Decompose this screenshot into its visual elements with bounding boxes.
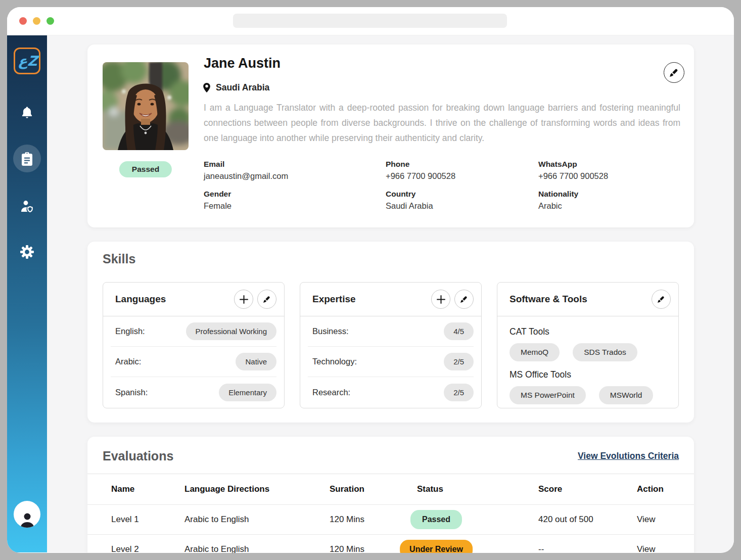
maximize-window-button[interactable] [47,17,54,25]
eval-duration: 120 Mins [330,515,417,525]
field-nationality: Nationality Arabic [538,190,720,211]
field-label: Phone [386,160,538,169]
tool-tag: MemoQ [510,343,560,361]
profile-bio: I am a Language Translator with a deep-r… [204,100,680,146]
column-name: Name [111,484,184,494]
minimize-window-button[interactable] [33,17,40,25]
tool-tag: SDS Trados [573,343,637,361]
field-label: Nationality [538,190,720,199]
expertise-row: Research: 2/5 [308,377,474,407]
view-evaluations-criteria-link[interactable]: View Evolutions Criteria [578,451,679,461]
sidebar-item-account-security[interactable] [7,193,47,220]
pencil-icon [658,296,665,303]
profile-status-badge: Passed [119,161,172,177]
titlebar [7,7,734,35]
column-duration: Suration [330,484,417,494]
eval-name: Level 2 [111,544,184,553]
expertise-score-pill: 2/5 [444,353,474,370]
edit-software-button[interactable] [652,290,671,309]
field-value: Saudi Arabia [386,201,538,211]
field-value: janeaustin@gmail.com [204,171,386,181]
languages-card: Languages English: [103,282,285,408]
app-logo-text: عZ [18,53,36,69]
field-value: Arabic [538,201,720,211]
app-window: عZ [7,7,734,553]
status-badge: Passed [410,510,462,529]
field-value: +966 7700 900528 [538,171,720,181]
languages-title: Languages [115,294,166,305]
expertise-score-pill: 2/5 [444,384,474,401]
field-gender: Gender Female [204,190,386,211]
eval-direction: Arabic to English [184,544,330,553]
person-icon [19,510,36,528]
address-bar[interactable] [233,14,507,28]
column-action: Action [637,484,694,494]
language-name: Arabic: [115,357,141,366]
language-name: English: [115,326,145,336]
table-row: Level 1 Arabic to English 120 Mins Passe… [87,504,694,534]
language-row: Arabic: Native [111,347,276,377]
column-language-directions: Language Directions [184,484,330,494]
field-label: WhatsApp [538,160,720,169]
main-content: Passed Jane Austin Saudi Arabia I am a L… [47,35,734,552]
expertise-score-pill: 4/5 [444,322,474,340]
pencil-icon [670,68,678,77]
expertise-card: Expertise Business: [300,282,482,408]
add-expertise-button[interactable] [431,290,450,309]
field-value: Female [204,201,386,211]
evaluations-title: Evaluations [103,449,173,463]
status-badge: Under Review [400,540,473,553]
language-level-pill: Professional Working [186,322,276,340]
plus-icon [240,295,248,304]
table-row: Level 2 Arabic to English 120 Mins Under… [87,534,694,553]
software-tools-title: Software & Tools [510,294,587,305]
sidebar-item-settings[interactable] [7,238,47,265]
skills-card: Skills Languages [87,242,694,423]
evaluations-card: Evaluations View Evolutions Criteria Nam… [87,437,694,553]
language-row: English: Professional Working [111,316,276,347]
field-label: Gender [204,190,386,199]
plus-icon [437,295,445,304]
sidebar-item-notifications[interactable] [7,99,47,126]
app-logo[interactable]: عZ [14,48,40,74]
expertise-name: Research: [312,388,350,397]
gear-icon [20,245,34,259]
field-whatsapp: WhatsApp +966 7700 900528 [538,160,720,181]
skills-title: Skills [103,252,135,266]
field-phone: Phone +966 7700 900528 [386,160,538,181]
user-shield-icon [20,200,34,213]
edit-profile-button[interactable] [664,62,684,83]
profile-name: Jane Austin [204,56,281,71]
view-evaluation-link[interactable]: View [637,544,694,553]
user-avatar-button[interactable] [14,501,40,528]
pencil-icon [263,296,270,303]
field-value: +966 7700 900528 [386,171,538,181]
field-country: Country Saudi Arabia [386,190,538,211]
expertise-title: Expertise [312,294,356,305]
ms-office-tools-label: MS Office Tools [510,369,666,380]
language-level-pill: Native [236,353,276,370]
location-pin-icon [203,83,210,92]
bell-icon [20,106,34,120]
column-score: Score [538,484,637,494]
profile-fields: Email janeaustin@gmail.com Phone +966 77… [204,160,720,211]
edit-languages-button[interactable] [257,290,276,309]
expertise-name: Technology: [312,357,357,366]
expertise-row: Business: 4/5 [308,316,474,347]
cat-tools-label: CAT Tools [510,326,666,337]
tool-tag: MS PowerPoint [510,386,586,404]
sidebar-item-profile[interactable] [7,145,47,172]
profile-photo [103,62,189,150]
field-email: Email janeaustin@gmail.com [204,160,386,181]
sidebar: عZ [7,35,47,552]
view-evaluation-link[interactable]: View [637,515,694,525]
add-language-button[interactable] [234,290,253,309]
eval-score: 420 out of 500 [538,515,637,525]
language-name: Spanish: [115,388,148,397]
close-window-button[interactable] [19,17,27,25]
field-label: Country [386,190,538,199]
edit-expertise-button[interactable] [454,290,474,309]
pencil-icon [460,296,468,303]
profile-card: Passed Jane Austin Saudi Arabia I am a L… [87,44,694,227]
software-tools-card: Software & Tools CAT Tools MemoQ [497,282,679,408]
